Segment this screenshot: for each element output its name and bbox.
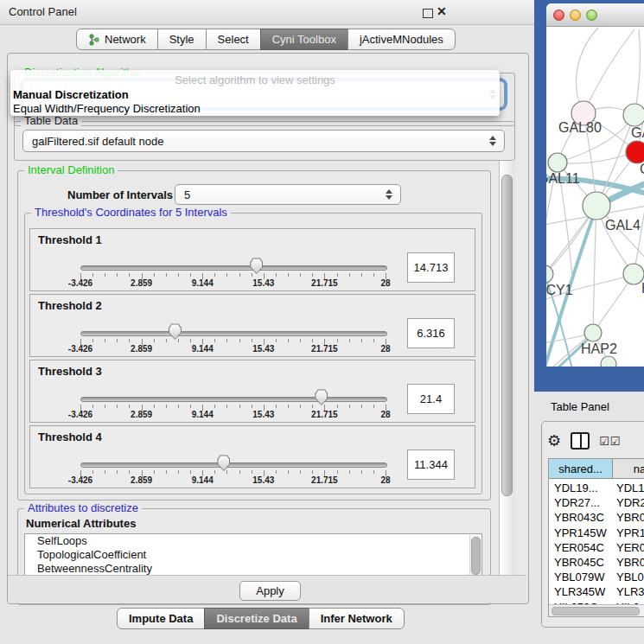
threshold-1-slider-thumb[interactable] bbox=[250, 258, 263, 274]
numerical-attributes-list[interactable]: SelfLoopsTopologicalCoefficientBetweenne… bbox=[24, 533, 482, 580]
tab-network[interactable]: Network bbox=[76, 29, 158, 50]
network-node[interactable] bbox=[548, 153, 567, 172]
tick-label: 2.859 bbox=[131, 344, 152, 354]
minor-tick bbox=[300, 273, 301, 277]
threshold-coordinates-title: Threshold's Coordinates for 5 Intervals bbox=[31, 206, 231, 219]
tick-label: 21.715 bbox=[311, 278, 338, 288]
column-header-name[interactable]: name bbox=[613, 459, 644, 479]
minor-tick bbox=[92, 339, 93, 342]
table-row[interactable]: YDL19...YDL1 bbox=[549, 481, 644, 495]
network-node[interactable] bbox=[623, 104, 644, 126]
threshold-3-value-field[interactable]: 21.4 bbox=[407, 384, 455, 414]
minimize-traffic-light-icon[interactable] bbox=[570, 10, 581, 21]
tick-label: 21.715 bbox=[311, 475, 338, 485]
network-node[interactable] bbox=[546, 265, 553, 283]
minor-tick bbox=[214, 273, 215, 277]
network-node[interactable] bbox=[626, 141, 644, 163]
table-data-combobox[interactable]: galFiltered.sif default node bbox=[22, 130, 505, 152]
tab-infer-network[interactable]: Infer Network bbox=[309, 608, 405, 629]
network-graph-canvas[interactable]: GAL80GACGAL11GAL4GCY1HHAP2 bbox=[546, 26, 644, 367]
minor-tick bbox=[312, 273, 313, 277]
threshold-1-value-field[interactable]: 14.713 bbox=[407, 252, 455, 283]
table-row[interactable]: YLR345WYLR3 bbox=[549, 584, 644, 599]
threshold-2-value-field[interactable]: 6.316 bbox=[407, 318, 455, 348]
minor-tick bbox=[166, 273, 167, 277]
table-row[interactable]: YBL079WYBL0 bbox=[549, 570, 644, 584]
gear-icon[interactable]: ⚙ bbox=[547, 433, 561, 449]
network-edge[interactable] bbox=[577, 28, 598, 113]
zoom-traffic-light-icon[interactable] bbox=[586, 10, 597, 21]
minor-tick bbox=[373, 405, 374, 408]
threshold-2-slider-thumb[interactable] bbox=[169, 323, 182, 340]
network-edge[interactable] bbox=[558, 152, 637, 163]
minor-tick bbox=[373, 273, 374, 277]
table-hscrollbar-track[interactable] bbox=[549, 604, 644, 616]
minor-tick bbox=[190, 470, 191, 474]
tab-style[interactable]: Style bbox=[157, 29, 207, 50]
tab-jactivemnodules[interactable]: jActiveMNodules bbox=[348, 29, 456, 50]
network-window-titlebar[interactable] bbox=[546, 3, 644, 27]
tab-select[interactable]: Select bbox=[206, 29, 261, 50]
threshold-4-slider-track[interactable] bbox=[80, 462, 387, 468]
minor-tick bbox=[288, 339, 289, 342]
threshold-3-slider-track[interactable] bbox=[80, 397, 387, 402]
node-attribute-table[interactable]: shared... name YDL19...YDL1YDR27...YDR2Y… bbox=[548, 458, 644, 617]
network-node[interactable] bbox=[583, 192, 610, 220]
minor-tick bbox=[239, 273, 240, 277]
table-row[interactable]: YBR043CYBR0 bbox=[549, 510, 644, 525]
table-row[interactable]: YDR27...YDR2 bbox=[549, 495, 644, 510]
minor-tick bbox=[117, 339, 118, 342]
close-icon[interactable]: ✕ bbox=[437, 4, 447, 18]
network-node-label: GAL80 bbox=[558, 120, 602, 135]
minor-tick bbox=[92, 470, 93, 474]
threshold-4-value-field[interactable]: 11.344 bbox=[407, 450, 455, 480]
table-data-combo-value: galFiltered.sif default node bbox=[32, 135, 163, 148]
minor-tick bbox=[252, 470, 252, 474]
tick-label: 9.144 bbox=[192, 410, 214, 419]
minor-tick bbox=[349, 339, 350, 342]
minor-tick bbox=[214, 339, 215, 342]
tab-cyni-toolbox[interactable]: Cyni Toolbox bbox=[260, 29, 348, 50]
cell-shared-name: YER054C bbox=[554, 541, 604, 554]
cell-shared-name: YDR27... bbox=[554, 496, 600, 509]
number-of-intervals-combobox[interactable]: 5 bbox=[175, 184, 401, 205]
attributes-scrollbar-track[interactable] bbox=[469, 535, 481, 578]
threshold-1-slider-track[interactable] bbox=[80, 265, 387, 271]
tab-discretize-data[interactable]: Discretize Data bbox=[204, 608, 309, 629]
network-node[interactable] bbox=[584, 324, 602, 341]
close-traffic-light-icon[interactable] bbox=[553, 10, 564, 21]
threshold-3-slider-thumb[interactable] bbox=[315, 389, 328, 405]
settings-scrollbar-thumb[interactable] bbox=[501, 175, 513, 496]
threshold-4-slider-thumb[interactable] bbox=[217, 455, 230, 471]
minor-tick bbox=[288, 273, 289, 277]
split-columns-icon[interactable] bbox=[571, 432, 590, 450]
tick-label: 2.859 bbox=[131, 475, 152, 485]
apply-button[interactable]: Apply bbox=[239, 581, 301, 601]
popup-item-manual-discretization[interactable]: Manual Discretization bbox=[13, 88, 129, 101]
minor-tick bbox=[361, 339, 362, 342]
attribute-list-item[interactable]: TopologicalCoefficient bbox=[25, 548, 481, 562]
tick-label: -3.426 bbox=[68, 475, 92, 485]
network-edge[interactable] bbox=[583, 29, 634, 113]
minor-tick bbox=[129, 273, 130, 277]
network-node[interactable] bbox=[601, 356, 616, 367]
threshold-2-slider-track[interactable] bbox=[80, 331, 387, 336]
float-window-icon[interactable] bbox=[423, 9, 433, 18]
attribute-list-item[interactable]: BetweennessCentrality bbox=[25, 562, 481, 576]
tick-label: 15.43 bbox=[252, 344, 274, 354]
checkbox-checked-icons[interactable]: ☑☑ bbox=[599, 435, 621, 448]
tab-impute-data[interactable]: Impute Data bbox=[117, 608, 205, 629]
network-edge[interactable] bbox=[634, 29, 640, 115]
network-edge[interactable] bbox=[593, 206, 596, 333]
attributes-scrollbar-thumb[interactable] bbox=[471, 537, 481, 575]
popup-item-equal-width-frequency[interactable]: Equal Width/Frequency Discretization bbox=[13, 102, 201, 115]
table-row[interactable]: YER054CYER0 bbox=[549, 540, 644, 555]
minor-tick bbox=[276, 273, 277, 277]
table-row[interactable]: YPR145WYPR1 bbox=[549, 526, 644, 540]
column-header-shared-name[interactable]: shared... bbox=[549, 459, 613, 479]
attribute-list-item[interactable]: SelfLoops bbox=[25, 534, 481, 548]
table-row[interactable]: YBR045CYBR0 bbox=[549, 555, 644, 570]
table-hscrollbar-thumb[interactable] bbox=[552, 607, 640, 615]
minor-tick bbox=[117, 405, 118, 408]
cell-shared-name: YBR045C bbox=[554, 556, 604, 569]
